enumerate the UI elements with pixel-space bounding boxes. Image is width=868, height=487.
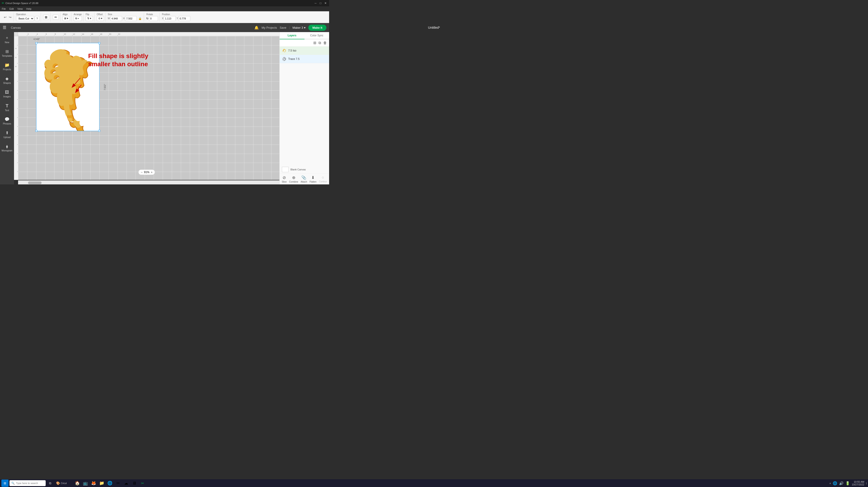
canvas-area: 2 4 6 8 10 12 14 16 [14,32,279,185]
align-group: Align ⊞ ▾ [61,13,71,22]
size-h-input[interactable] [125,16,137,21]
rotate-input[interactable] [149,16,158,21]
layer-item-iso[interactable]: 7.5 Iso [280,46,329,55]
handle-bottom-right[interactable] [98,130,100,132]
offset-button[interactable]: ⊙ ▾ [97,16,104,21]
offset-label: Offset [97,13,104,15]
save-button[interactable]: Save [280,26,286,29]
contour-label: Contour [319,180,327,183]
machine-chevron: ▾ [304,26,306,29]
slice-icon: ⊘ [283,175,286,180]
sidebar-item-phrases[interactable]: 💬 Phrases [0,115,13,127]
blank-canvas-row: Blank Canvas [280,165,329,174]
offset-group: Offset ⊙ ▾ [95,13,105,22]
zoom-out-button[interactable]: − [141,170,143,174]
combine-button[interactable]: ⊕ Combine [289,175,298,183]
svg-text:6: 6 [46,33,47,35]
position-y-input[interactable] [179,16,190,21]
zoom-controls: − 91% + [138,169,155,175]
handle-top-left[interactable] [35,42,37,44]
operation-group: Operation Basic Cut ? [15,13,41,22]
svg-text:2: 2 [15,48,17,49]
hamburger-menu[interactable]: ☰ [3,25,6,30]
right-panel: Layers Color Sync ⊞ ⧉ 🗑 7.5 Iso [279,32,329,185]
svg-text:8: 8 [55,33,56,35]
menu-edit[interactable]: Edit [9,7,14,10]
layer-name-trace: Trace 7.5 [288,57,300,61]
handle-bottom-left[interactable] [35,130,37,132]
contour-icon: ○ [322,175,324,180]
undo-button[interactable]: ↩ [3,15,7,20]
operation-info[interactable]: ? [35,16,39,21]
zoom-in-button[interactable]: + [151,170,153,174]
slice-button[interactable]: ⊘ Slice [282,175,287,183]
flip-row: Flip ⇅ ▾ [86,13,93,21]
attach-button[interactable]: 📎 Attach [301,175,307,183]
handle-top-right[interactable] [98,42,100,44]
align-button[interactable]: ⊞ ▾ [63,16,70,21]
sidebar-item-new[interactable]: + New [0,33,13,46]
layer-delete[interactable]: 🗑 [323,40,327,45]
images-icon: 🖼 [5,90,9,95]
sidebar-item-images[interactable]: 🖼 Images [0,87,13,100]
machine-selector[interactable]: Maker 3 ▾ [292,26,306,29]
size-row: Size W H 🔒 [108,13,143,21]
svg-text:20: 20 [109,33,111,35]
sidebar-item-label-images: Images [3,95,11,98]
horizontal-scrollbar[interactable] [18,180,279,185]
edit-button[interactable]: ✏ [53,15,59,20]
flatten-button[interactable]: ⬇ Flatten [309,175,316,183]
projects-icon: 📁 [4,63,9,68]
annotation-line1: Fill shape is slightly [88,52,148,60]
sidebar-item-projects[interactable]: 📁 Projects [0,60,13,73]
arrange-button[interactable]: ⧉ ▾ [74,16,82,21]
svg-text:6: 6 [15,66,17,67]
menu-help[interactable]: Help [26,7,31,10]
layer-item-trace[interactable]: Trace 7.5 [280,55,329,63]
flip-button[interactable]: ⇅ ▾ [86,16,93,21]
sidebar-item-text[interactable]: T Text [0,101,13,114]
contour-button[interactable]: ○ Contour [319,175,327,183]
position-x-input[interactable] [164,16,176,21]
menu-file[interactable]: File [2,7,6,10]
width-label: 4.948" [33,38,40,40]
slice-label: Slice [282,181,287,183]
my-projects-link[interactable]: My Projects [261,26,277,29]
position-group: Position X Y [160,13,191,22]
sidebar-item-templates[interactable]: ⊞ Templates [0,46,13,60]
height-label: 7.502" [104,84,106,90]
scrollbar-thumb-h[interactable] [28,182,41,184]
tab-color-sync[interactable]: Color Sync [305,32,329,39]
canvas-grid[interactable]: 4.948" [18,36,279,180]
redo-button[interactable]: ↪ [8,15,12,20]
deselect-button[interactable]: ⊠ [43,15,49,20]
machine-label: Maker 3 [292,26,303,29]
ruler-container-h: 2 4 6 8 10 12 14 16 [14,32,279,36]
sidebar-item-monogram[interactable]: ⧫ Monogram [0,141,13,155]
close-button[interactable]: ✕ [324,1,327,5]
position-row: Position X Y [162,13,190,21]
notification-bell[interactable]: 🔔 [254,26,259,30]
size-w-input[interactable] [110,16,122,21]
title-controls[interactable]: ─ □ ✕ [314,1,327,5]
arrange-row: Arrange ⧉ ▾ [74,13,82,21]
operation-select[interactable]: Basic Cut [16,16,34,21]
make-it-button[interactable]: Make It [308,25,327,31]
layer-grid-view[interactable]: ⊞ [313,40,317,45]
toolbar: ↩ ↪ Operation Basic Cut ? ⊠ ✏ [0,11,329,23]
tab-layers[interactable]: Layers [280,32,305,39]
sidebar-item-shapes[interactable]: ◆ Shapes [0,74,13,87]
lock-ratio-button[interactable]: 🔒 [138,16,143,21]
menu-view[interactable]: View [18,7,23,10]
separator: | [289,26,290,29]
ruler-vertical: 2 4 6 [14,36,18,180]
maximize-button[interactable]: □ [319,1,322,5]
minimize-button[interactable]: ─ [314,1,317,5]
svg-rect-0 [18,32,279,36]
svg-text:18: 18 [100,33,102,35]
sidebar-item-upload[interactable]: ⬆ Upload [0,128,13,141]
layer-copy[interactable]: ⧉ [318,40,321,45]
size-w-label: W [108,17,110,20]
canvas-content[interactable]: 2 4 6 [14,36,279,180]
new-icon: + [6,36,8,40]
